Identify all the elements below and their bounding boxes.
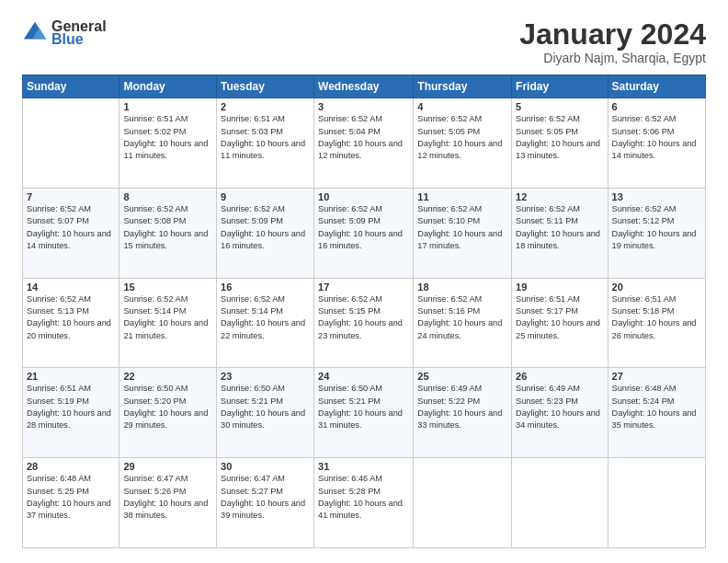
- day-number: 17: [318, 282, 409, 293]
- day-number: 11: [417, 191, 507, 202]
- day-number: 25: [417, 371, 507, 382]
- day-number: 19: [516, 282, 603, 293]
- day-detail: Sunrise: 6:48 AMSunset: 5:25 PMDaylight:…: [27, 473, 115, 522]
- day-detail: Sunrise: 6:52 AMSunset: 5:11 PMDaylight:…: [516, 203, 603, 252]
- day-detail: Sunrise: 6:52 AMSunset: 5:07 PMDaylight:…: [27, 203, 115, 252]
- day-detail: Sunrise: 6:51 AMSunset: 5:18 PMDaylight:…: [612, 293, 701, 342]
- day-detail: Sunrise: 6:49 AMSunset: 5:23 PMDaylight:…: [516, 383, 603, 431]
- day-detail: Sunrise: 6:49 AMSunset: 5:22 PMDaylight:…: [417, 383, 507, 431]
- day-cell: 22Sunrise: 6:50 AMSunset: 5:20 PMDayligh…: [119, 368, 217, 458]
- header-row: SundayMondayTuesdayWednesdayThursdayFrid…: [23, 75, 706, 98]
- day-number: 6: [612, 101, 701, 112]
- day-number: 4: [417, 101, 507, 112]
- day-detail: Sunrise: 6:52 AMSunset: 5:12 PMDaylight:…: [612, 203, 701, 252]
- day-cell: 13Sunrise: 6:52 AMSunset: 5:12 PMDayligh…: [608, 188, 705, 278]
- day-detail: Sunrise: 6:52 AMSunset: 5:09 PMDaylight:…: [318, 203, 409, 252]
- day-detail: Sunrise: 6:51 AMSunset: 5:03 PMDaylight:…: [221, 113, 310, 162]
- header: General Blue January 2024 Diyarb Najm, S…: [22, 18, 706, 65]
- subtitle: Diyarb Najm, Sharqia, Egypt: [519, 51, 706, 65]
- week-row-2: 7Sunrise: 6:52 AMSunset: 5:07 PMDaylight…: [23, 188, 706, 278]
- day-detail: Sunrise: 6:51 AMSunset: 5:17 PMDaylight:…: [516, 293, 603, 342]
- week-row-1: 1Sunrise: 6:51 AMSunset: 5:02 PMDaylight…: [23, 98, 706, 189]
- column-header-monday: Monday: [119, 75, 217, 98]
- day-cell: 30Sunrise: 6:47 AMSunset: 5:27 PMDayligh…: [217, 458, 314, 548]
- day-detail: Sunrise: 6:46 AMSunset: 5:28 PMDaylight:…: [318, 473, 409, 522]
- day-cell: 24Sunrise: 6:50 AMSunset: 5:21 PMDayligh…: [314, 368, 414, 458]
- logo: General Blue: [22, 18, 107, 48]
- day-cell: 29Sunrise: 6:47 AMSunset: 5:26 PMDayligh…: [119, 458, 217, 548]
- page: General Blue January 2024 Diyarb Najm, S…: [0, 0, 728, 563]
- calendar-header: SundayMondayTuesdayWednesdayThursdayFrid…: [23, 75, 706, 98]
- day-detail: Sunrise: 6:50 AMSunset: 5:20 PMDaylight:…: [123, 383, 212, 431]
- day-detail: Sunrise: 6:52 AMSunset: 5:05 PMDaylight:…: [516, 113, 603, 162]
- day-cell: 16Sunrise: 6:52 AMSunset: 5:14 PMDayligh…: [217, 278, 314, 368]
- day-number: 18: [417, 282, 507, 293]
- column-header-saturday: Saturday: [608, 75, 705, 98]
- day-cell: 15Sunrise: 6:52 AMSunset: 5:14 PMDayligh…: [119, 278, 217, 368]
- day-detail: Sunrise: 6:50 AMSunset: 5:21 PMDaylight:…: [318, 383, 409, 431]
- calendar-table: SundayMondayTuesdayWednesdayThursdayFrid…: [22, 75, 706, 548]
- day-number: 21: [27, 371, 115, 382]
- day-cell: 6Sunrise: 6:52 AMSunset: 5:06 PMDaylight…: [608, 98, 705, 189]
- day-detail: Sunrise: 6:50 AMSunset: 5:21 PMDaylight:…: [221, 383, 310, 431]
- day-number: 10: [318, 191, 409, 202]
- day-number: 12: [516, 191, 603, 202]
- day-cell: [512, 458, 608, 548]
- day-detail: Sunrise: 6:47 AMSunset: 5:27 PMDaylight:…: [221, 473, 310, 522]
- day-detail: Sunrise: 6:52 AMSunset: 5:14 PMDaylight:…: [123, 293, 212, 342]
- day-number: 15: [123, 282, 212, 293]
- day-number: 20: [612, 282, 701, 293]
- day-cell: 10Sunrise: 6:52 AMSunset: 5:09 PMDayligh…: [314, 188, 414, 278]
- day-cell: [23, 98, 119, 189]
- day-number: 29: [123, 461, 212, 472]
- day-cell: [608, 458, 705, 548]
- day-detail: Sunrise: 6:52 AMSunset: 5:08 PMDaylight:…: [123, 203, 212, 252]
- day-cell: 19Sunrise: 6:51 AMSunset: 5:17 PMDayligh…: [512, 278, 608, 368]
- day-number: 22: [123, 371, 212, 382]
- day-number: 31: [318, 461, 409, 472]
- week-row-3: 14Sunrise: 6:52 AMSunset: 5:13 PMDayligh…: [23, 278, 706, 368]
- day-detail: Sunrise: 6:52 AMSunset: 5:06 PMDaylight:…: [612, 113, 701, 162]
- calendar-body: 1Sunrise: 6:51 AMSunset: 5:02 PMDaylight…: [23, 98, 706, 548]
- day-cell: 23Sunrise: 6:50 AMSunset: 5:21 PMDayligh…: [217, 368, 314, 458]
- day-cell: 21Sunrise: 6:51 AMSunset: 5:19 PMDayligh…: [23, 368, 119, 458]
- week-row-4: 21Sunrise: 6:51 AMSunset: 5:19 PMDayligh…: [23, 368, 706, 458]
- column-header-thursday: Thursday: [414, 75, 512, 98]
- day-detail: Sunrise: 6:52 AMSunset: 5:14 PMDaylight:…: [221, 293, 310, 342]
- day-number: 26: [516, 371, 603, 382]
- day-cell: 11Sunrise: 6:52 AMSunset: 5:10 PMDayligh…: [414, 188, 512, 278]
- day-number: 14: [27, 282, 115, 293]
- day-number: 8: [123, 191, 212, 202]
- day-detail: Sunrise: 6:51 AMSunset: 5:19 PMDaylight:…: [27, 383, 115, 431]
- week-row-5: 28Sunrise: 6:48 AMSunset: 5:25 PMDayligh…: [23, 458, 706, 548]
- day-cell: 2Sunrise: 6:51 AMSunset: 5:03 PMDaylight…: [217, 98, 314, 189]
- day-cell: 31Sunrise: 6:46 AMSunset: 5:28 PMDayligh…: [314, 458, 414, 548]
- title-block: January 2024 Diyarb Najm, Sharqia, Egypt: [519, 18, 706, 65]
- day-number: 30: [221, 461, 310, 472]
- day-number: 13: [612, 191, 701, 202]
- day-detail: Sunrise: 6:52 AMSunset: 5:16 PMDaylight:…: [417, 293, 507, 342]
- day-cell: 25Sunrise: 6:49 AMSunset: 5:22 PMDayligh…: [414, 368, 512, 458]
- day-detail: Sunrise: 6:51 AMSunset: 5:02 PMDaylight:…: [123, 113, 212, 162]
- day-number: 9: [221, 191, 310, 202]
- column-header-friday: Friday: [512, 75, 608, 98]
- day-number: 7: [27, 191, 115, 202]
- day-cell: 27Sunrise: 6:48 AMSunset: 5:24 PMDayligh…: [608, 368, 705, 458]
- day-detail: Sunrise: 6:52 AMSunset: 5:10 PMDaylight:…: [417, 203, 507, 252]
- day-cell: 12Sunrise: 6:52 AMSunset: 5:11 PMDayligh…: [512, 188, 608, 278]
- day-number: 5: [516, 101, 603, 112]
- day-cell: 17Sunrise: 6:52 AMSunset: 5:15 PMDayligh…: [314, 278, 414, 368]
- day-cell: 26Sunrise: 6:49 AMSunset: 5:23 PMDayligh…: [512, 368, 608, 458]
- day-detail: Sunrise: 6:52 AMSunset: 5:13 PMDaylight:…: [27, 293, 115, 342]
- column-header-tuesday: Tuesday: [217, 75, 314, 98]
- day-cell: 20Sunrise: 6:51 AMSunset: 5:18 PMDayligh…: [608, 278, 705, 368]
- day-cell: 7Sunrise: 6:52 AMSunset: 5:07 PMDaylight…: [23, 188, 119, 278]
- day-number: 2: [221, 101, 310, 112]
- day-cell: 8Sunrise: 6:52 AMSunset: 5:08 PMDaylight…: [119, 188, 217, 278]
- day-cell: 28Sunrise: 6:48 AMSunset: 5:25 PMDayligh…: [23, 458, 119, 548]
- day-cell: 14Sunrise: 6:52 AMSunset: 5:13 PMDayligh…: [23, 278, 119, 368]
- column-header-sunday: Sunday: [23, 75, 119, 98]
- day-detail: Sunrise: 6:48 AMSunset: 5:24 PMDaylight:…: [612, 383, 701, 431]
- day-number: 16: [221, 282, 310, 293]
- day-cell: 9Sunrise: 6:52 AMSunset: 5:09 PMDaylight…: [217, 188, 314, 278]
